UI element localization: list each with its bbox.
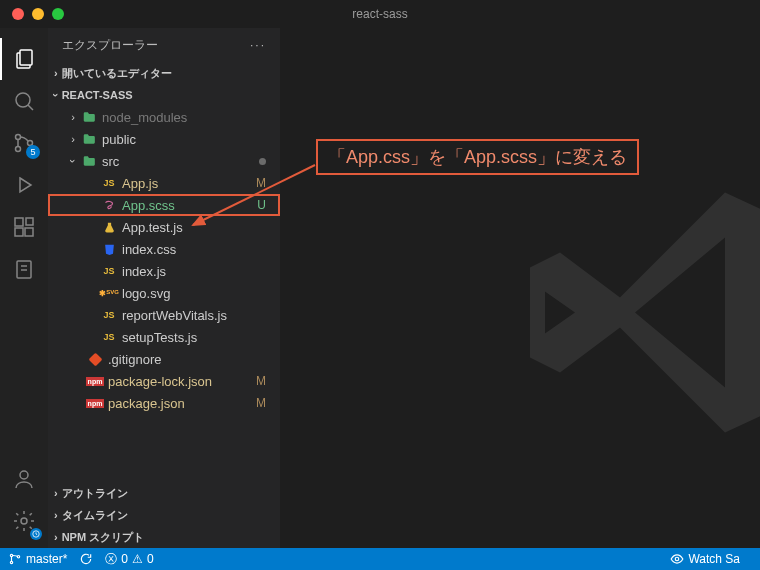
chevron-right-icon: › (66, 111, 80, 123)
error-count: 0 (121, 552, 128, 566)
scm-activity-icon[interactable]: 5 (0, 122, 48, 164)
file-app-test-js[interactable]: App.test.js (48, 216, 280, 238)
git-modified-badge: M (256, 396, 266, 410)
vscode-watermark-icon (500, 163, 760, 466)
sync-icon (79, 552, 93, 566)
branch-name: master* (26, 552, 67, 566)
file-setup-tests[interactable]: JS setupTests.js (48, 326, 280, 348)
svg-line-2 (28, 105, 33, 110)
status-bar: master* ⓧ 0 ⚠ 0 Watch Sa (0, 548, 760, 570)
folder-public[interactable]: › public (48, 128, 280, 150)
watch-sass-label: Watch Sa (688, 552, 740, 566)
minimize-window-button[interactable] (32, 8, 44, 20)
git-untracked-badge: U (257, 198, 266, 212)
folder-icon (80, 132, 98, 146)
watch-sass-status[interactable]: Watch Sa (670, 552, 740, 566)
file-app-scss[interactable]: App.scss U (48, 194, 280, 216)
svg-point-22 (676, 557, 680, 561)
file-report-web-vitals[interactable]: JS reportWebVitals.js (48, 304, 280, 326)
outline-label: アウトライン (62, 486, 128, 501)
maximize-window-button[interactable] (52, 8, 64, 20)
file-label: reportWebVitals.js (122, 308, 227, 323)
file-label: index.js (122, 264, 166, 279)
file-label: setupTests.js (122, 330, 197, 345)
open-editors-label: 開いているエディター (62, 66, 172, 81)
problems-status[interactable]: ⓧ 0 ⚠ 0 (105, 551, 153, 568)
folder-src[interactable]: › src (48, 150, 280, 172)
warning-icon: ⚠ (132, 552, 143, 566)
file-label: App.js (122, 176, 158, 191)
chevron-right-icon: › (54, 487, 58, 499)
close-window-button[interactable] (12, 8, 24, 20)
npm-file-icon: npm (86, 399, 104, 408)
file-package-lock[interactable]: npm package-lock.json M (48, 370, 280, 392)
file-gitignore[interactable]: .gitignore (48, 348, 280, 370)
accounts-activity-icon[interactable] (0, 458, 48, 500)
activity-bar: 5 (0, 28, 48, 548)
open-editors-section[interactable]: › 開いているエディター (48, 62, 280, 84)
branch-icon (8, 552, 22, 566)
chevron-down-icon: › (50, 93, 62, 97)
file-index-css[interactable]: index.css (48, 238, 280, 260)
notes-activity-icon[interactable] (0, 248, 48, 290)
explorer-title: エクスプローラー (62, 37, 158, 54)
npm-scripts-label: NPM スクリプト (62, 530, 145, 545)
branch-status[interactable]: master* (8, 552, 67, 566)
svg-rect-7 (15, 218, 23, 226)
search-activity-icon[interactable] (0, 80, 48, 122)
file-app-js[interactable]: JS App.js M (48, 172, 280, 194)
folder-icon (80, 154, 98, 168)
settings-activity-icon[interactable] (0, 500, 48, 542)
file-index-js[interactable]: JS index.js (48, 260, 280, 282)
npm-scripts-section[interactable]: › NPM スクリプト (48, 526, 280, 548)
git-modified-badge: M (256, 374, 266, 388)
chevron-right-icon: › (54, 531, 58, 543)
chevron-down-icon: › (67, 154, 79, 168)
svg-point-15 (21, 518, 27, 524)
svg-point-3 (16, 135, 21, 140)
chevron-right-icon: › (54, 509, 58, 521)
folder-icon (80, 110, 98, 124)
debug-activity-icon[interactable] (0, 164, 48, 206)
css-file-icon (100, 243, 118, 256)
file-tree: › node_modules › public › src (48, 106, 280, 482)
titlebar: react-sass (0, 0, 760, 28)
error-icon: ⓧ (105, 551, 117, 568)
svg-point-1 (16, 93, 30, 107)
svg-point-14 (20, 471, 28, 479)
folder-node-modules[interactable]: › node_modules (48, 106, 280, 128)
file-package-json[interactable]: npm package.json M (48, 392, 280, 414)
extensions-activity-icon[interactable] (0, 206, 48, 248)
file-logo-svg[interactable]: ✱SVG logo.svg (48, 282, 280, 304)
explorer-activity-icon[interactable] (0, 38, 48, 80)
eye-icon (670, 552, 684, 566)
js-file-icon: JS (100, 332, 118, 342)
folder-label: src (102, 154, 119, 169)
timeline-section[interactable]: › タイムライン (48, 504, 280, 526)
editor-area (280, 28, 760, 548)
warning-count: 0 (147, 552, 154, 566)
annotation-callout: 「App.css」を「App.scss」に変える (316, 139, 639, 175)
window-title: react-sass (352, 7, 407, 21)
timeline-label: タイムライン (62, 508, 128, 523)
sync-status[interactable] (79, 552, 93, 566)
git-modified-badge: M (256, 176, 266, 190)
svg-point-20 (10, 561, 12, 563)
svg-marker-6 (20, 178, 31, 192)
folder-dirty-dot-icon (259, 158, 266, 165)
folder-label: public (102, 132, 136, 147)
file-label: logo.svg (122, 286, 170, 301)
svg-rect-10 (26, 218, 33, 225)
svg-point-19 (10, 554, 12, 556)
svg-rect-17 (89, 353, 102, 366)
file-label: package-lock.json (108, 374, 212, 389)
svg-rect-0 (20, 50, 32, 65)
project-section[interactable]: › REACT-SASS (48, 84, 280, 106)
svg-file-icon: ✱SVG (100, 289, 118, 298)
outline-section[interactable]: › アウトライン (48, 482, 280, 504)
test-file-icon (100, 221, 118, 234)
explorer-more-button[interactable]: ··· (250, 38, 266, 52)
project-label: REACT-SASS (62, 89, 133, 101)
svg-point-4 (16, 147, 21, 152)
annotation-text: 「App.css」を「App.scss」に変える (318, 141, 637, 173)
